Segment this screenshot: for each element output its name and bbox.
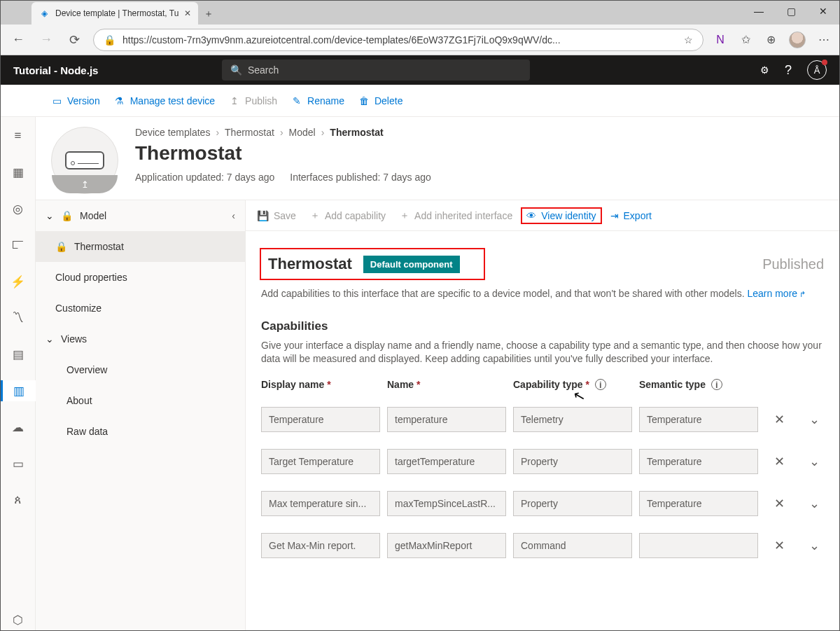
tree-item-customize[interactable]: Customize xyxy=(36,293,245,324)
tree-views[interactable]: ⌄ Views xyxy=(36,324,245,354)
cell-display-name[interactable]: Target Temperature xyxy=(261,449,380,474)
version-button[interactable]: ▭Version xyxy=(51,95,100,106)
cell-name[interactable]: getMaxMinReport xyxy=(387,533,506,558)
browser-toolbar: ← → ⟳ 🔒 https://custom-7rn3ymv9nm.azurei… xyxy=(1,25,839,55)
cell-semantic-type[interactable] xyxy=(639,533,758,558)
lock-icon: 🔒 xyxy=(61,210,73,221)
rail-device-templates[interactable]: ▥ xyxy=(1,380,36,401)
rail-rules[interactable]: ⚡ xyxy=(1,271,36,292)
meta-app-updated: Application updated: 7 days ago xyxy=(135,172,274,183)
cell-name[interactable]: maxTempSinceLastR... xyxy=(387,491,506,516)
tree-root-model[interactable]: ⌄ 🔒 Model ‹ xyxy=(36,200,245,231)
crumb-0[interactable]: Device templates xyxy=(135,127,210,138)
help-icon[interactable]: ? xyxy=(785,63,792,78)
view-identity-button[interactable]: 👁View identity xyxy=(521,207,601,224)
browser-tab[interactable]: ◈ Device template | Thermostat, Tu ✕ xyxy=(31,2,198,25)
cell-display-name[interactable]: Max temperature sin... xyxy=(261,491,380,516)
breadcrumb: Device templates› Thermostat› Model› The… xyxy=(135,127,431,138)
left-nav-rail: ≡ ▦ ◎ ⫍ ⚡ 〽 ▤ ▥ ☁ ▭ ጰ ⬡ xyxy=(1,117,36,630)
rail-users[interactable]: ጰ xyxy=(1,490,36,511)
nav-forward: → xyxy=(37,32,55,47)
notifications-button[interactable]: Å xyxy=(807,60,827,80)
favorites-icon[interactable]: ✩ xyxy=(738,33,752,46)
plus-icon: ＋ xyxy=(400,209,410,222)
remove-row-icon[interactable]: ✕ xyxy=(765,496,793,511)
window-minimize[interactable]: — xyxy=(743,1,775,22)
collections-icon[interactable]: ⊕ xyxy=(764,33,778,46)
remove-row-icon[interactable]: ✕ xyxy=(765,454,793,469)
window-maximize[interactable]: ▢ xyxy=(775,1,807,22)
delete-button[interactable]: 🗑Delete xyxy=(358,95,402,106)
tree-view-about[interactable]: About xyxy=(36,385,245,416)
expand-row-icon[interactable]: ⌄ xyxy=(800,538,828,553)
crumb-2[interactable]: Model xyxy=(289,127,316,138)
address-bar[interactable]: 🔒 https://custom-7rn3ymv9nm.azureiotcent… xyxy=(93,29,704,51)
manage-test-device-button[interactable]: ⚗Manage test device xyxy=(114,95,215,106)
tree-view-raw-data[interactable]: Raw data xyxy=(36,416,245,447)
page-title: Thermostat xyxy=(135,142,431,165)
capability-row: Max temperature sin... maxTempSinceLastR… xyxy=(261,491,824,516)
collapse-tree-icon[interactable]: ‹ xyxy=(232,210,235,221)
upload-arrow-icon: ↥ xyxy=(81,179,89,190)
crumb-3: Thermostat xyxy=(330,127,383,138)
rail-jobs[interactable]: ▤ xyxy=(1,344,36,365)
app-name[interactable]: Tutorial - Node.js xyxy=(13,64,98,76)
col-capability-type: Capability type i xyxy=(513,379,632,391)
crumb-1[interactable]: Thermostat xyxy=(225,127,274,138)
rail-analytics[interactable]: ⫍ xyxy=(1,235,36,256)
cell-display-name[interactable]: Get Max-Min report. xyxy=(261,533,380,558)
remove-row-icon[interactable]: ✕ xyxy=(765,538,793,553)
export-button[interactable]: ⇥Export xyxy=(610,210,652,221)
rail-line-chart[interactable]: 〽 xyxy=(1,307,36,328)
chevron-down-icon: ⌄ xyxy=(46,333,54,345)
nav-back[interactable]: ← xyxy=(9,32,27,47)
default-component-badge: Default component xyxy=(363,256,460,273)
tree-item-thermostat[interactable]: 🔒 Thermostat xyxy=(36,231,245,262)
cell-name[interactable]: targetTemperature xyxy=(387,449,506,474)
browser-menu-icon[interactable]: ⋯ xyxy=(817,33,831,46)
tree-view-overview[interactable]: Overview xyxy=(36,354,245,385)
cell-capability-type[interactable]: Property xyxy=(513,449,632,474)
version-icon: ▭ xyxy=(51,95,62,106)
rail-data-export[interactable]: ☁ xyxy=(1,417,36,438)
rail-hamburger[interactable]: ≡ xyxy=(1,125,36,146)
expand-row-icon[interactable]: ⌄ xyxy=(800,454,828,469)
remove-row-icon[interactable]: ✕ xyxy=(765,412,793,427)
window-close[interactable]: ✕ xyxy=(807,1,839,22)
new-tab-button[interactable]: ＋ xyxy=(198,4,219,25)
profile-avatar[interactable] xyxy=(789,32,806,48)
col-display-name: Display name xyxy=(261,379,380,390)
expand-row-icon[interactable]: ⌄ xyxy=(800,496,828,511)
settings-gear-icon[interactable]: ⚙ xyxy=(760,64,769,76)
rail-dashboard[interactable]: ▦ xyxy=(1,162,36,183)
search-placeholder: Search xyxy=(248,64,279,76)
favorite-icon[interactable]: ☆ xyxy=(684,34,693,46)
global-search[interactable]: 🔍 Search xyxy=(222,60,530,81)
cell-semantic-type[interactable]: Temperature xyxy=(639,407,758,432)
page-header: ↥ Device templates› Thermostat› Model› T… xyxy=(36,117,839,200)
cell-display-name[interactable]: Temperature xyxy=(261,407,380,432)
expand-row-icon[interactable]: ⌄ xyxy=(800,412,828,427)
cell-semantic-type[interactable]: Temperature xyxy=(639,491,758,516)
tab-close-icon[interactable]: ✕ xyxy=(184,8,191,18)
cell-capability-type[interactable]: Telemetry xyxy=(513,407,632,432)
info-icon[interactable]: i xyxy=(595,379,606,390)
onenote-extension-icon[interactable]: N xyxy=(713,34,727,46)
publish-icon: ↥ xyxy=(229,95,240,106)
rename-button[interactable]: ✎Rename xyxy=(291,95,344,106)
export-icon: ⇥ xyxy=(610,210,619,221)
cell-name[interactable]: temperature xyxy=(387,407,506,432)
rail-devices[interactable]: ◎ xyxy=(1,198,36,219)
window-controls: — ▢ ✕ xyxy=(743,1,839,22)
capabilities-subtext: Give your interface a display name and a… xyxy=(261,339,824,366)
nav-refresh[interactable]: ⟳ xyxy=(65,32,83,48)
rail-settings[interactable]: ⬡ xyxy=(1,609,36,630)
tab-title: Device template | Thermostat, Tu xyxy=(55,8,178,18)
rail-administration[interactable]: ▭ xyxy=(1,453,36,474)
cell-capability-type[interactable]: Command xyxy=(513,533,632,558)
cell-semantic-type[interactable]: Temperature xyxy=(639,449,758,474)
cell-capability-type[interactable]: Property xyxy=(513,491,632,516)
info-icon[interactable]: i xyxy=(711,379,722,390)
learn-more-link[interactable]: Learn more xyxy=(748,288,806,299)
tree-item-cloud-properties[interactable]: Cloud properties xyxy=(36,262,245,293)
